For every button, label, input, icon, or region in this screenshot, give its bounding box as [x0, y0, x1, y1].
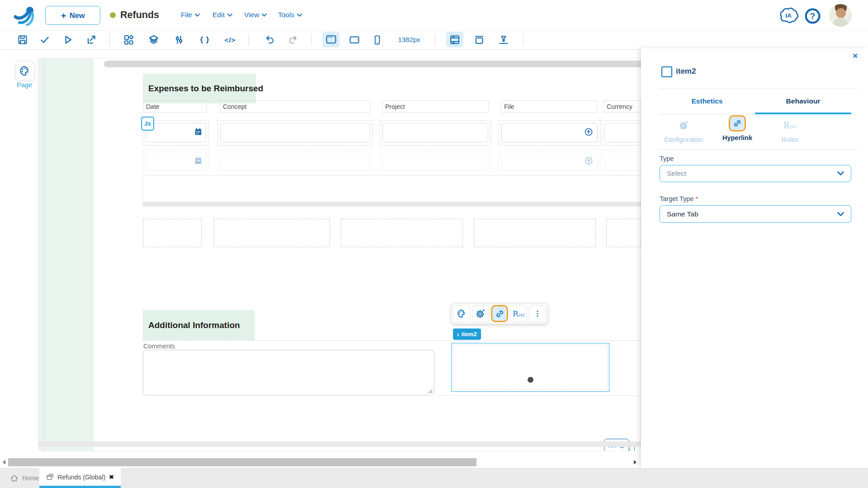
ai-assistant-button[interactable]: IA — [778, 6, 799, 24]
tab-home[interactable]: Home — [5, 468, 43, 488]
menu-tools[interactable]: Tools — [278, 7, 302, 23]
empty-cell[interactable] — [143, 219, 202, 247]
grid-cell-concept[interactable] — [217, 120, 373, 145]
variables-button[interactable] — [172, 33, 186, 47]
source-code-button[interactable]: </> — [223, 33, 237, 47]
undo-button[interactable] — [263, 33, 277, 47]
header-footer-button[interactable] — [446, 32, 463, 47]
redo-button[interactable] — [286, 33, 300, 47]
subtab-configuration[interactable]: Configuration — [652, 116, 715, 143]
target-type-select[interactable]: Same Tab — [660, 205, 851, 223]
tab-close-icon[interactable]: ✖ — [109, 474, 113, 480]
grid-cell-file[interactable] — [499, 120, 600, 145]
more-options-button[interactable] — [529, 305, 546, 322]
menu-view[interactable]: View — [244, 7, 267, 23]
hscroll-right-arrow[interactable] — [632, 458, 638, 466]
grid-cell-project[interactable] — [380, 120, 491, 145]
column-header-project[interactable]: Project — [382, 100, 489, 113]
design-canvas[interactable]: Expenses to be Reimbursed Date Concept P… — [38, 59, 641, 450]
save-icon — [17, 34, 28, 45]
column-header-file[interactable]: File — [501, 100, 597, 113]
canvas-top-scrollbar[interactable] — [104, 61, 641, 67]
chevron-down-icon — [262, 14, 267, 17]
calendar-icon[interactable] — [194, 127, 203, 136]
esthetics-button[interactable] — [453, 305, 470, 322]
subtab-rules[interactable]: R (x) Rules — [772, 116, 808, 143]
toolbar-separator — [249, 34, 249, 46]
save-button[interactable] — [15, 33, 30, 47]
item2-checkbox[interactable] — [661, 66, 672, 77]
empty-cell[interactable] — [606, 219, 641, 247]
section2-title[interactable]: Additional Information — [148, 310, 240, 340]
chip-label: item2 — [462, 331, 477, 338]
chip-back-arrow-icon[interactable]: ‹ — [457, 331, 459, 338]
align-baseline-button[interactable] — [496, 33, 511, 47]
avatar[interactable] — [829, 4, 852, 27]
run-button[interactable] — [61, 33, 75, 47]
rules-button[interactable]: R (x) — [510, 305, 527, 322]
js-badge[interactable]: Js — [141, 117, 154, 131]
gear-sparkle-icon — [475, 308, 486, 319]
new-button[interactable]: + New — [45, 6, 100, 25]
hscroll-thumb[interactable] — [8, 458, 476, 466]
project-input[interactable] — [382, 123, 488, 142]
comments-textarea[interactable] — [143, 350, 434, 395]
svg-text:?: ? — [810, 11, 816, 21]
tablet-viewport-button[interactable] — [347, 33, 362, 47]
menu-file[interactable]: File — [181, 7, 200, 23]
braces-button[interactable]: { } — [198, 33, 212, 47]
help-icon: ? — [804, 8, 821, 24]
page-tool-button[interactable] — [15, 61, 35, 81]
tablet-icon — [349, 34, 360, 45]
header-footer-icon — [449, 34, 460, 45]
phone-viewport-button[interactable] — [370, 33, 384, 47]
canvas-margin-dotted-line — [43, 59, 44, 450]
menu-edit[interactable]: Edit — [212, 7, 232, 23]
date-input[interactable] — [146, 123, 206, 142]
blocks-button[interactable] — [122, 33, 136, 47]
properties-panel: ✕ item2 Esthetics Behaviour Configuratio… — [641, 48, 868, 468]
hscroll-left-arrow[interactable] — [1, 458, 7, 466]
file-input[interactable] — [501, 123, 598, 142]
currency-input[interactable] — [604, 123, 641, 142]
canvas-bottom-strip — [38, 441, 641, 447]
item2-selection-chip[interactable]: ‹ item2 — [453, 328, 481, 340]
comments-label: Comments — [143, 343, 175, 350]
ellipsis-vertical-icon — [533, 310, 542, 318]
tab-refunds-global[interactable]: Refunds (Global) ✖ — [39, 468, 121, 488]
hyperlink-button[interactable] — [491, 305, 508, 322]
rules-fn-glyph: (x) — [519, 312, 525, 317]
subtab-hyperlink[interactable]: Hyperlink — [715, 115, 760, 141]
configuration-button[interactable] — [472, 305, 489, 322]
column-header-currency[interactable]: Currency — [604, 100, 641, 113]
tab-behaviour[interactable]: Behaviour — [755, 97, 851, 105]
column-header-date[interactable]: Date — [143, 100, 207, 113]
layers-button[interactable] — [146, 33, 161, 47]
validate-button[interactable] — [38, 33, 52, 47]
export-button[interactable] — [84, 33, 99, 47]
panel-close-button[interactable]: ✕ — [852, 52, 858, 60]
empty-cell[interactable] — [474, 219, 596, 247]
chevron-down-icon — [195, 14, 200, 17]
viewport-width-value[interactable]: 1382px — [394, 33, 424, 47]
target-type-label-text: Target Type — [660, 195, 694, 202]
rules-r-glyph: R — [513, 309, 519, 318]
container-button[interactable] — [472, 33, 486, 47]
concept-input[interactable] — [220, 123, 370, 142]
app-logo[interactable] — [13, 4, 39, 27]
upload-icon[interactable] — [584, 127, 593, 136]
canvas-margin-band — [38, 59, 94, 450]
section1-title[interactable]: Expenses to be Reimbursed — [148, 74, 263, 103]
empty-cell[interactable] — [214, 219, 330, 247]
help-button[interactable]: ? — [804, 8, 821, 24]
tab-esthetics[interactable]: Esthetics — [659, 97, 755, 105]
column-header-concept[interactable]: Concept — [220, 100, 371, 113]
grid-cell-currency[interactable] — [601, 120, 641, 145]
subtab-hyperlink-label: Hyperlink — [715, 134, 760, 141]
empty-cell[interactable] — [341, 219, 463, 247]
desktop-viewport-button[interactable] — [322, 32, 340, 47]
resize-handle-icon[interactable] — [428, 389, 433, 394]
type-select[interactable]: Select — [660, 165, 851, 182]
item2-selected-element[interactable] — [451, 343, 609, 392]
toolbar-separator — [523, 34, 524, 46]
